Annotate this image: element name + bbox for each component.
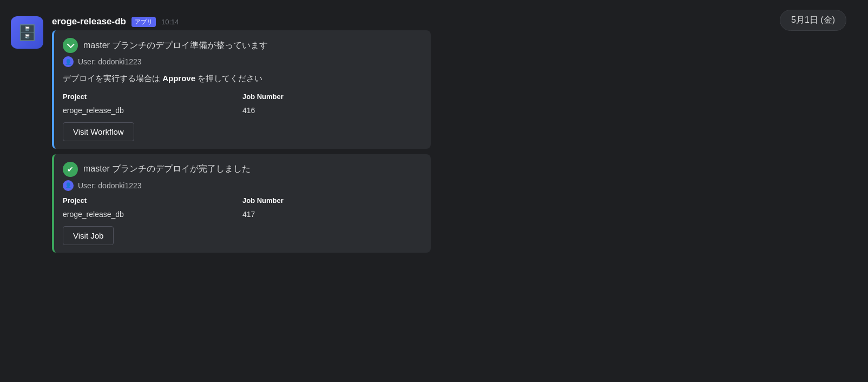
status-text-2: master ブランチのデプロイが完了しました [83,163,251,175]
user-line-1: 👤 User: dodonki1223 [63,56,422,67]
info-table-row-2: eroge_release_db 417 [63,210,422,219]
visit-workflow-button[interactable]: Visit Workflow [63,122,134,141]
project-value-2: eroge_release_db [63,210,242,219]
status-line-2: ✔ master ブランチのデプロイが完了しました [63,162,422,177]
project-col-2: Project [63,196,242,207]
message-header: eroge-release-db アプリ 10:14 [52,16,857,27]
job-number-header-2: Job Number [242,196,422,205]
message-card-1: master ブランチのデプロイ準備が整っています 👤 User: dodonk… [52,30,431,149]
bot-avatar-icon: 🗄️ [18,24,37,42]
messages-container: 🗄️ eroge-release-db アプリ 10:14 master ブラン… [0,0,868,268]
bot-avatar: 🗄️ [11,16,43,49]
approve-word: Approve [162,74,195,83]
date-badge: 5月1日 (金) [780,10,846,31]
user-avatar-2: 👤 [63,180,74,191]
check-icon-2: ✔ [63,162,78,177]
job-number-value-col-2: 417 [242,210,422,219]
project-header: Project [63,93,242,101]
visit-job-button[interactable]: Visit Job [63,226,114,245]
status-line-1: master ブランチのデプロイ準備が整っています [63,38,422,53]
info-table-1: Project Job Number eroge_release_db [63,93,422,115]
project-col: Project [63,93,242,103]
status-text-1: master ブランチのデプロイ準備が整っています [83,40,268,51]
info-table-2: Project Job Number eroge_release_db [63,196,422,219]
job-number-header: Job Number [242,93,422,101]
check-icon-1 [63,38,78,53]
app-badge: アプリ [131,17,156,27]
message-content: eroge-release-db アプリ 10:14 master ブランチのデ… [52,16,857,253]
user-line-2: 👤 User: dodonki1223 [63,180,422,191]
message-card-2: ✔ master ブランチのデプロイが完了しました 👤 User: dodonk… [52,154,431,253]
project-value-col-2: eroge_release_db [63,210,242,219]
message-card-2-wrapper: ✔ master ブランチのデプロイが完了しました 👤 User: dodonk… [52,154,857,253]
job-number-value-col: 416 [242,106,422,115]
info-table-header-2: Project Job Number [63,196,422,207]
user-label-1: User: dodonki1223 [78,57,142,66]
project-header-2: Project [63,196,242,205]
bot-name: eroge-release-db [52,16,126,27]
deploy-instruction: デプロイを実行する場合は Approve を押してください [63,73,422,85]
info-table-header-1: Project Job Number [63,93,422,103]
message-timestamp: 10:14 [161,18,179,26]
job-number-col-2: Job Number [242,196,422,207]
info-table-row-1: eroge_release_db 416 [63,106,422,115]
message-group: 🗄️ eroge-release-db アプリ 10:14 master ブラン… [11,16,857,253]
job-number-value-2: 417 [242,210,422,219]
deploy-text-prefix: デプロイを実行する場合は [63,74,160,83]
user-avatar-1: 👤 [63,56,74,67]
card-inner-2: ✔ master ブランチのデプロイが完了しました 👤 User: dodonk… [54,154,431,253]
project-value-col: eroge_release_db [63,106,242,115]
user-label-2: User: dodonki1223 [78,181,142,190]
job-number-col: Job Number [242,93,422,103]
job-number-value-1: 416 [242,106,422,115]
deploy-text-suffix: を押してください [198,74,262,83]
card-inner-1: master ブランチのデプロイ準備が整っています 👤 User: dodonk… [54,30,431,149]
project-value: eroge_release_db [63,106,242,115]
